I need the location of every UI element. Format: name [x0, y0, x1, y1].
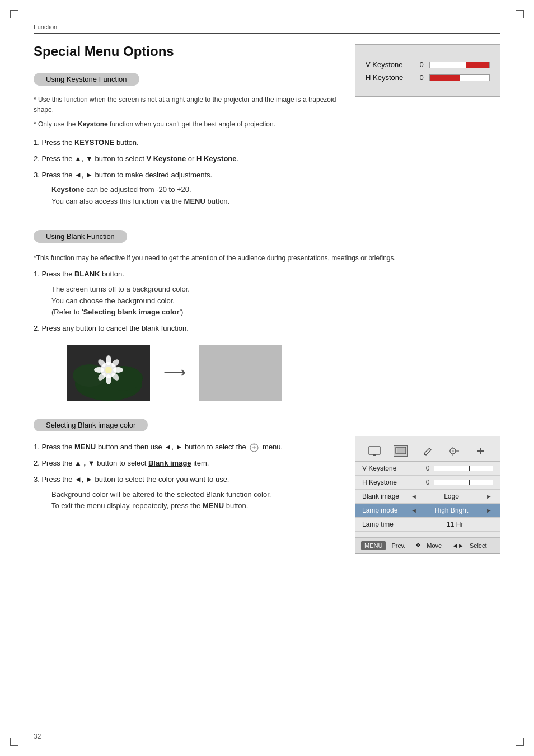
- keystone-v-val: 0: [416, 60, 427, 69]
- selecting-section: Selecting Blank image color: [34, 419, 500, 554]
- keystone-h-row: H Keystone 0: [366, 73, 490, 82]
- menu-val-vkeystone: 0: [421, 464, 434, 472]
- menu-footer-move: Move: [427, 542, 442, 549]
- blank-note: *This function may be effective if you n…: [34, 253, 500, 263]
- lamp-arrow-r: ►: [485, 507, 493, 514]
- menu-text-lamptime: 11 Hr: [417, 520, 494, 528]
- breadcrumb: Function: [34, 24, 57, 30]
- menu-icon-plus: [474, 445, 488, 457]
- menu-label-vkeystone: V Keystone: [362, 464, 421, 472]
- keystone-step2: 2. Press the ▲, ▼ button to select V Key…: [34, 153, 500, 165]
- svg-rect-16: [371, 456, 378, 456]
- lamp-arrow-l: ◄: [410, 507, 418, 514]
- page: Function Special Menu Options Using Keys…: [0, 0, 534, 756]
- blank-sub2: You can choose the background color.: [51, 295, 500, 307]
- blank-sub3: (Refer to 'Selecting blank image color'): [51, 307, 500, 318]
- keystone-section-header: Using Keystone Function: [34, 73, 139, 86]
- menu-icons-row: [355, 442, 500, 462]
- menu-bar-v: [434, 466, 493, 471]
- menu-footer: MENU Prev. ❖ Move ◄► Select: [355, 537, 500, 553]
- menu-label-lamptime: Lamp time: [362, 520, 417, 528]
- svg-point-8: [94, 367, 104, 373]
- blank-sub1: The screen turns off to a background col…: [51, 284, 500, 295]
- blank-section-header: Using Blank Function: [34, 230, 127, 243]
- selecting-section-header: Selecting Blank image color: [34, 419, 148, 431]
- menu-row-lampmode: Lamp mode ◄ High Bright ►: [355, 504, 500, 518]
- menu-bar-vkeystone: [434, 466, 493, 471]
- menu-footer-move-icon: ❖: [415, 542, 421, 549]
- keystone-ui-box: V Keystone 0 H Keystone 0: [355, 44, 500, 97]
- menu-row-lamptime: Lamp time 11 Hr: [355, 518, 500, 532]
- corner-mark-bl: [10, 738, 18, 746]
- menu-footer-select-icon: ◄►: [452, 542, 464, 549]
- svg-point-7: [106, 374, 111, 384]
- keystone-v-bar: [429, 62, 490, 68]
- svg-rect-15: [373, 454, 376, 456]
- svg-rect-14: [369, 447, 380, 454]
- keystone-h-val: 0: [416, 73, 427, 82]
- keystone-note1: * Use this function when the screen is n…: [34, 95, 500, 115]
- svg-point-5: [105, 367, 112, 373]
- blank-before-image: [67, 345, 150, 401]
- blank-after-image: [199, 345, 282, 401]
- blank-section: Using Blank Function *This function may …: [34, 230, 500, 401]
- menu-bar-hkeystone: [434, 480, 493, 485]
- blank-arrow-r: ►: [485, 493, 493, 500]
- corner-mark-tl: [10, 10, 18, 18]
- menu-footer-select: Select: [470, 542, 487, 549]
- header-section: Function: [34, 22, 500, 34]
- keystone-h-label: H Keystone: [366, 73, 416, 82]
- keystone-step1: 1. Press the KEYSTONE button.: [34, 137, 500, 149]
- keystone-v-fill: [466, 62, 489, 68]
- menu-bar-v-ind: [469, 466, 470, 471]
- menu-icon-pencil: [420, 445, 435, 457]
- menu-row-hkeystone: H Keystone 0: [355, 476, 500, 490]
- menu-val-hkeystone: 0: [421, 478, 434, 486]
- page-number: 32: [34, 732, 41, 740]
- blank-images-row: ⟶: [67, 345, 500, 401]
- corner-mark-br: [516, 738, 524, 746]
- svg-point-6: [106, 355, 111, 365]
- keystone-step3: 3. Press the ◄, ► button to make desired…: [34, 170, 500, 181]
- menu-footer-prev: Prev.: [391, 542, 405, 549]
- keystone-h-fill: [430, 75, 460, 81]
- svg-rect-18: [397, 448, 405, 453]
- keystone-sub1: Keystone can be adjusted from -20 to +20…: [51, 184, 500, 196]
- menu-icon-image: [394, 445, 408, 457]
- blank-step1: 1. Press the BLANK button.: [34, 269, 500, 280]
- blank-arrow: ⟶: [163, 363, 186, 382]
- keystone-h-bar: [429, 74, 490, 81]
- blank-step2: 2. Press any button to cancel the blank …: [34, 323, 500, 335]
- menu-box: V Keystone 0 H Keystone 0 Blank im: [355, 436, 500, 554]
- blank-arrow-l: ◄: [410, 493, 418, 500]
- flower-svg: [67, 345, 150, 401]
- menu-icon-inline: [248, 442, 260, 453]
- menu-bar-h: [434, 480, 493, 485]
- keystone-sub2: You can also access this function via th…: [51, 196, 500, 208]
- menu-footer-btn: MENU: [361, 541, 386, 550]
- menu-label-lampmode: Lamp mode: [362, 506, 410, 514]
- menu-bar-h-ind: [469, 480, 470, 485]
- corner-mark-tr: [516, 10, 524, 18]
- menu-label-blankimage: Blank image: [362, 492, 410, 500]
- svg-point-20: [452, 450, 454, 452]
- menu-row-blankimage: Blank image ◄ Logo ►: [355, 490, 500, 504]
- svg-point-9: [113, 367, 123, 373]
- menu-label-hkeystone: H Keystone: [362, 478, 421, 486]
- menu-icon-display: [367, 445, 382, 457]
- menu-row-vkeystone: V Keystone 0: [355, 462, 500, 476]
- keystone-v-label: V Keystone: [366, 60, 416, 69]
- menu-text-blankimage: Logo: [418, 492, 485, 500]
- keystone-section: Using Keystone Function V Keystone 0 H K…: [34, 73, 500, 212]
- keystone-note2: * Only use the Keystone function when yo…: [34, 119, 500, 129]
- menu-text-lampmode: High Bright: [418, 506, 485, 514]
- menu-icon-wand: [447, 445, 462, 457]
- keystone-v-row: V Keystone 0: [366, 60, 490, 69]
